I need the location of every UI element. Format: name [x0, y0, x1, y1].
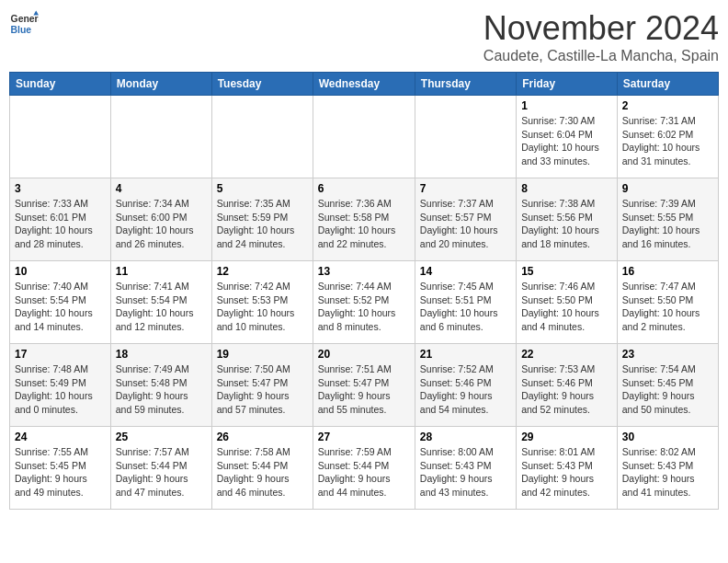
logo: General Blue	[9, 9, 39, 39]
day-number: 7	[420, 182, 511, 195]
day-cell: 7Sunrise: 7:37 AMSunset: 5:57 PMDaylight…	[415, 178, 516, 261]
day-cell: 4Sunrise: 7:34 AMSunset: 6:00 PMDaylight…	[110, 178, 211, 261]
day-cell: 14Sunrise: 7:45 AMSunset: 5:51 PMDayligh…	[415, 261, 516, 344]
day-number: 13	[318, 265, 410, 278]
column-header-thursday: Thursday	[415, 73, 516, 96]
day-cell: 24Sunrise: 7:55 AMSunset: 5:45 PMDayligh…	[10, 427, 111, 510]
day-cell: 26Sunrise: 7:58 AMSunset: 5:44 PMDayligh…	[211, 427, 313, 510]
day-cell: 8Sunrise: 7:38 AMSunset: 5:56 PMDaylight…	[517, 178, 618, 261]
day-info: Sunrise: 7:35 AMSunset: 5:59 PMDaylight:…	[217, 197, 308, 251]
column-header-monday: Monday	[110, 73, 211, 96]
week-row-1: 1Sunrise: 7:30 AMSunset: 6:04 PMDaylight…	[10, 96, 719, 178]
day-number: 10	[15, 265, 106, 278]
day-cell: 20Sunrise: 7:51 AMSunset: 5:47 PMDayligh…	[313, 344, 415, 427]
day-info: Sunrise: 7:36 AMSunset: 5:58 PMDaylight:…	[318, 197, 410, 251]
day-number: 23	[622, 348, 713, 361]
day-info: Sunrise: 7:37 AMSunset: 5:57 PMDaylight:…	[420, 197, 511, 251]
day-info: Sunrise: 7:45 AMSunset: 5:51 PMDaylight:…	[420, 280, 511, 334]
calendar-header-row: SundayMondayTuesdayWednesdayThursdayFrid…	[10, 73, 719, 96]
day-number: 19	[217, 348, 308, 361]
day-cell: 17Sunrise: 7:48 AMSunset: 5:49 PMDayligh…	[10, 344, 111, 427]
day-info: Sunrise: 7:52 AMSunset: 5:46 PMDaylight:…	[420, 362, 511, 417]
day-cell	[211, 96, 313, 178]
day-number: 2	[622, 99, 713, 112]
day-cell	[110, 96, 211, 178]
day-info: Sunrise: 7:53 AMSunset: 5:46 PMDaylight:…	[521, 362, 612, 417]
day-number: 28	[420, 431, 511, 443]
day-info: Sunrise: 7:40 AMSunset: 5:54 PMDaylight:…	[15, 280, 106, 334]
day-number: 4	[116, 182, 207, 195]
svg-marker-2	[33, 11, 39, 16]
day-cell: 25Sunrise: 7:57 AMSunset: 5:44 PMDayligh…	[110, 427, 211, 510]
day-number: 20	[318, 348, 410, 361]
day-cell: 16Sunrise: 7:47 AMSunset: 5:50 PMDayligh…	[617, 261, 718, 344]
week-row-5: 24Sunrise: 7:55 AMSunset: 5:45 PMDayligh…	[10, 427, 719, 510]
week-row-2: 3Sunrise: 7:33 AMSunset: 6:01 PMDaylight…	[10, 178, 719, 261]
day-info: Sunrise: 7:31 AMSunset: 6:02 PMDaylight:…	[622, 114, 713, 168]
day-info: Sunrise: 7:39 AMSunset: 5:55 PMDaylight:…	[622, 197, 713, 251]
day-info: Sunrise: 7:38 AMSunset: 5:56 PMDaylight:…	[521, 197, 612, 251]
location-title: Caudete, Castille-La Mancha, Spain	[483, 48, 719, 64]
day-info: Sunrise: 7:51 AMSunset: 5:47 PMDaylight:…	[318, 362, 410, 417]
column-header-saturday: Saturday	[617, 73, 718, 96]
day-info: Sunrise: 8:00 AMSunset: 5:43 PMDaylight:…	[420, 445, 511, 500]
week-row-4: 17Sunrise: 7:48 AMSunset: 5:49 PMDayligh…	[10, 344, 719, 427]
day-cell: 6Sunrise: 7:36 AMSunset: 5:58 PMDaylight…	[313, 178, 415, 261]
day-cell: 27Sunrise: 7:59 AMSunset: 5:44 PMDayligh…	[313, 427, 415, 510]
day-number: 3	[15, 182, 106, 195]
day-number: 6	[318, 182, 410, 195]
day-info: Sunrise: 7:59 AMSunset: 5:44 PMDaylight:…	[318, 445, 410, 500]
day-number: 11	[116, 265, 207, 278]
day-info: Sunrise: 7:50 AMSunset: 5:47 PMDaylight:…	[217, 362, 308, 417]
day-number: 27	[318, 431, 410, 443]
svg-text:General: General	[11, 14, 39, 24]
day-info: Sunrise: 7:46 AMSunset: 5:50 PMDaylight:…	[521, 280, 612, 334]
day-cell: 1Sunrise: 7:30 AMSunset: 6:04 PMDaylight…	[517, 96, 618, 178]
day-cell: 3Sunrise: 7:33 AMSunset: 6:01 PMDaylight…	[10, 178, 111, 261]
week-row-3: 10Sunrise: 7:40 AMSunset: 5:54 PMDayligh…	[10, 261, 719, 344]
day-info: Sunrise: 7:41 AMSunset: 5:54 PMDaylight:…	[116, 280, 207, 334]
day-info: Sunrise: 8:01 AMSunset: 5:43 PMDaylight:…	[521, 445, 612, 500]
day-cell: 11Sunrise: 7:41 AMSunset: 5:54 PMDayligh…	[110, 261, 211, 344]
day-info: Sunrise: 7:42 AMSunset: 5:53 PMDaylight:…	[217, 280, 308, 334]
day-cell: 9Sunrise: 7:39 AMSunset: 5:55 PMDaylight…	[617, 178, 718, 261]
day-cell: 13Sunrise: 7:44 AMSunset: 5:52 PMDayligh…	[313, 261, 415, 344]
day-cell: 30Sunrise: 8:02 AMSunset: 5:43 PMDayligh…	[617, 427, 718, 510]
day-number: 12	[217, 265, 308, 278]
day-info: Sunrise: 7:54 AMSunset: 5:45 PMDaylight:…	[622, 362, 713, 417]
day-cell	[10, 96, 111, 178]
day-number: 30	[622, 431, 713, 443]
day-cell: 2Sunrise: 7:31 AMSunset: 6:02 PMDaylight…	[617, 96, 718, 178]
day-info: Sunrise: 7:49 AMSunset: 5:48 PMDaylight:…	[116, 362, 207, 417]
logo-icon: General Blue	[9, 9, 39, 39]
day-cell: 29Sunrise: 8:01 AMSunset: 5:43 PMDayligh…	[517, 427, 618, 510]
day-number: 25	[116, 431, 207, 443]
day-info: Sunrise: 7:57 AMSunset: 5:44 PMDaylight:…	[116, 445, 207, 500]
day-cell: 23Sunrise: 7:54 AMSunset: 5:45 PMDayligh…	[617, 344, 718, 427]
day-cell: 18Sunrise: 7:49 AMSunset: 5:48 PMDayligh…	[110, 344, 211, 427]
column-header-wednesday: Wednesday	[313, 73, 415, 96]
day-cell: 22Sunrise: 7:53 AMSunset: 5:46 PMDayligh…	[517, 344, 618, 427]
day-info: Sunrise: 7:30 AMSunset: 6:04 PMDaylight:…	[521, 114, 612, 168]
day-number: 15	[521, 265, 612, 278]
day-number: 22	[521, 348, 612, 361]
calendar-table: SundayMondayTuesdayWednesdayThursdayFrid…	[9, 72, 719, 510]
day-number: 16	[622, 265, 713, 278]
column-header-sunday: Sunday	[10, 73, 111, 96]
day-number: 26	[217, 431, 308, 443]
column-header-friday: Friday	[517, 73, 618, 96]
day-number: 14	[420, 265, 511, 278]
day-number: 17	[15, 348, 106, 361]
day-number: 21	[420, 348, 511, 361]
day-number: 24	[15, 431, 106, 443]
day-cell: 28Sunrise: 8:00 AMSunset: 5:43 PMDayligh…	[415, 427, 516, 510]
page-header: General Blue November 2024 Caudete, Cast…	[9, 9, 719, 64]
day-cell: 10Sunrise: 7:40 AMSunset: 5:54 PMDayligh…	[10, 261, 111, 344]
day-number: 9	[622, 182, 713, 195]
title-area: November 2024 Caudete, Castille-La Manch…	[483, 9, 719, 64]
day-cell	[313, 96, 415, 178]
day-cell: 21Sunrise: 7:52 AMSunset: 5:46 PMDayligh…	[415, 344, 516, 427]
day-cell: 15Sunrise: 7:46 AMSunset: 5:50 PMDayligh…	[517, 261, 618, 344]
day-info: Sunrise: 7:34 AMSunset: 6:00 PMDaylight:…	[116, 197, 207, 251]
day-info: Sunrise: 7:44 AMSunset: 5:52 PMDaylight:…	[318, 280, 410, 334]
